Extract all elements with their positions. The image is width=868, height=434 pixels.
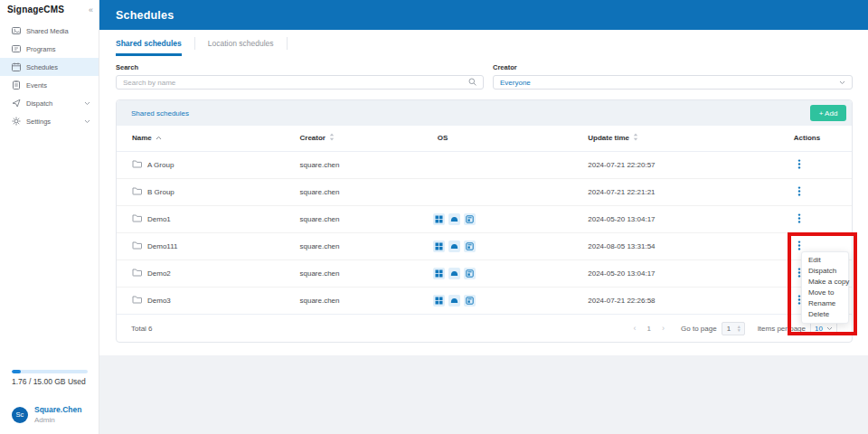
column-header-update-time[interactable]: Update time xyxy=(588,126,794,151)
os-windows-icon xyxy=(433,268,445,279)
current-page[interactable]: 1 xyxy=(647,325,651,333)
table-row: B Groupsquare.chen2024-07-21 22:21:21 xyxy=(117,178,852,205)
sidebar-item-settings[interactable]: Settings xyxy=(0,112,99,130)
schedule-name[interactable]: B Group xyxy=(147,188,175,196)
user-account[interactable]: Sc Square.Chen Admin xyxy=(12,405,87,424)
user-role: Admin xyxy=(34,416,81,424)
schedules-table: NameCreatorOSUpdate timeActions A Groups… xyxy=(117,126,852,314)
prev-page-icon[interactable]: ‹ xyxy=(634,324,637,333)
folder-icon xyxy=(132,295,142,306)
creator-select[interactable]: Everyone xyxy=(493,75,853,90)
column-header-name[interactable]: Name xyxy=(117,126,299,151)
schedule-name[interactable]: A Group xyxy=(147,161,174,169)
sidebar-nav: Shared MediaProgramsSchedulesEventsDispa… xyxy=(0,22,99,130)
chevron-down-icon xyxy=(84,119,90,124)
menu-item-dispatch[interactable]: Dispatch xyxy=(802,266,848,277)
next-page-icon[interactable]: › xyxy=(662,324,665,333)
table-body: A Groupsquare.chen2024-07-21 22:20:57B G… xyxy=(117,151,852,314)
user-name: Square.Chen xyxy=(34,405,81,414)
stepper-icons[interactable]: ▲▼ xyxy=(737,325,741,332)
sidebar-item-label: Shared Media xyxy=(26,27,69,35)
schedule-creator: square.chen xyxy=(299,178,437,205)
search-label: Search xyxy=(116,63,484,71)
menu-item-delete[interactable]: Delete xyxy=(802,309,848,320)
event-icon xyxy=(12,80,21,90)
schedule-name[interactable]: Demo1 xyxy=(147,215,171,223)
tab-location-schedules[interactable]: Location schedules xyxy=(208,30,274,56)
row-actions-icon[interactable] xyxy=(797,213,801,223)
folder-icon xyxy=(132,186,142,197)
os-screen-icon xyxy=(464,213,476,225)
menu-item-rename[interactable]: Rename xyxy=(802,298,848,309)
creator-label: Creator xyxy=(493,63,853,71)
schedule-name[interactable]: Demo2 xyxy=(147,269,171,278)
row-actions-icon[interactable] xyxy=(797,186,801,196)
row-actions-menu: EditDispatchMake a copyMove toRenameDele… xyxy=(801,251,849,324)
goto-page-input[interactable]: 1 ▲▼ xyxy=(722,322,745,335)
row-actions-icon[interactable] xyxy=(797,159,801,169)
table-row: Demo111square.chen2024-08-05 13:31:54 xyxy=(117,232,852,259)
schedule-creator: square.chen xyxy=(299,259,437,287)
storage-usage-label: 1.76 / 15.00 GB Used xyxy=(12,377,87,386)
folder-icon xyxy=(132,213,142,224)
os-screen-icon xyxy=(464,295,476,307)
os-dome-icon xyxy=(448,295,460,307)
column-header-actions: Actions xyxy=(794,126,852,151)
tab-divider xyxy=(194,37,195,50)
os-dome-icon xyxy=(448,268,460,279)
sidebar-item-label: Events xyxy=(26,81,47,90)
sidebar-item-shared-media[interactable]: Shared Media xyxy=(0,22,99,40)
content-area: Shared schedulesLocation schedules Searc… xyxy=(99,30,868,355)
sidebar-item-label: Programs xyxy=(26,45,56,53)
sidebar-item-label: Schedules xyxy=(26,63,58,71)
total-count: Total 6 xyxy=(131,325,153,333)
collapse-sidebar-icon[interactable]: « xyxy=(89,5,93,14)
sidebar-item-dispatch[interactable]: Dispatch xyxy=(0,94,99,112)
schedule-updated: 2024-08-05 13:31:54 xyxy=(588,232,794,259)
sort-icon xyxy=(156,134,162,142)
menu-item-move-to[interactable]: Move to xyxy=(802,288,848,298)
os-screen-icon xyxy=(464,241,476,252)
os-dome-icon xyxy=(448,241,460,252)
folder-icon xyxy=(132,159,142,170)
sidebar-item-programs[interactable]: Programs xyxy=(0,40,99,58)
menu-item-edit[interactable]: Edit xyxy=(802,255,848,266)
table-header-row: NameCreatorOSUpdate timeActions xyxy=(117,126,852,151)
add-button[interactable]: + Add xyxy=(810,105,846,121)
tab-shared-schedules[interactable]: Shared schedules xyxy=(116,30,182,56)
goto-page-label: Go to page xyxy=(681,325,717,333)
table-row: Demo2square.chen2024-05-20 13:04:17 xyxy=(117,259,852,287)
os-windows-icon xyxy=(433,295,445,307)
items-per-page-label: Items per page xyxy=(758,325,806,333)
os-windows-icon xyxy=(433,213,445,225)
program-icon xyxy=(12,44,21,53)
os-windows-icon xyxy=(433,241,445,252)
search-placeholder: Search by name xyxy=(123,79,468,87)
creator-selected-value: Everyone xyxy=(500,79,839,87)
os-dome-icon xyxy=(448,213,460,225)
os-screen-icon xyxy=(464,268,476,279)
schedule-updated: 2024-07-21 22:21:21 xyxy=(588,178,794,205)
chevron-down-icon xyxy=(84,101,90,106)
schedule-creator: square.chen xyxy=(299,151,437,178)
sidebar-item-label: Dispatch xyxy=(26,99,52,108)
table-row: A Groupsquare.chen2024-07-21 22:20:57 xyxy=(117,151,852,178)
search-input[interactable]: Search by name xyxy=(116,75,484,90)
schedule-name[interactable]: Demo111 xyxy=(147,242,178,250)
row-actions-icon[interactable] xyxy=(797,241,801,250)
column-header-creator[interactable]: Creator xyxy=(299,126,437,151)
panel-title: Shared schedules xyxy=(131,109,189,118)
menu-item-make-a-copy[interactable]: Make a copy xyxy=(802,277,848,288)
sidebar-item-events[interactable]: Events xyxy=(0,76,99,94)
send-icon xyxy=(12,99,21,108)
calendar-icon xyxy=(12,62,21,71)
schedule-updated: 2024-05-20 13:04:17 xyxy=(588,205,794,232)
items-per-page-value: 10 xyxy=(815,325,823,333)
search-icon xyxy=(468,78,476,88)
gear-icon xyxy=(12,117,21,126)
schedule-updated: 2024-07-21 22:20:57 xyxy=(588,151,794,178)
sidebar-item-schedules[interactable]: Schedules xyxy=(0,58,99,76)
schedule-updated: 2024-07-21 22:26:58 xyxy=(588,287,794,314)
schedule-name[interactable]: Demo3 xyxy=(147,297,171,305)
schedule-creator: square.chen xyxy=(299,205,437,232)
